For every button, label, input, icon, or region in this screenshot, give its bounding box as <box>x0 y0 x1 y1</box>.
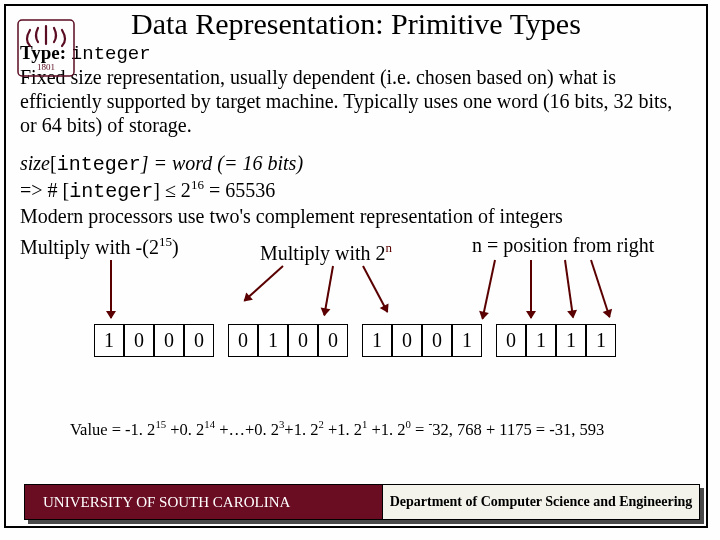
bit-cell: 1 <box>94 324 124 357</box>
type-description: Fixed size representation, usually depen… <box>20 65 692 137</box>
bit-cell: 1 <box>362 324 392 357</box>
size-block: size[integer] = word (= 16 bits) => # [i… <box>20 151 692 230</box>
bit-cell: 0 <box>422 324 452 357</box>
arrow-mid-1 <box>244 265 284 301</box>
slide: 1801 Data Representation: Primitive Type… <box>4 4 708 528</box>
bit-cell: 0 <box>496 324 526 357</box>
bit-cell: 0 <box>392 324 422 357</box>
size-line-1: size[integer] = word (= 16 bits) <box>20 151 692 178</box>
bit-cell: 1 <box>258 324 288 357</box>
annotation-row: Multiply with -(215) Multiply with 2n n … <box>20 234 692 272</box>
bit-cell: 1 <box>556 324 586 357</box>
multiply-neg-label: Multiply with -(215) <box>20 234 179 259</box>
bit-cell: 1 <box>452 324 482 357</box>
arrow-mid-2 <box>323 266 334 316</box>
arrow-mid-3 <box>362 265 388 312</box>
arrow-right-3 <box>564 260 574 318</box>
bit-cell: 0 <box>288 324 318 357</box>
type-line: Type: integer <box>20 42 692 65</box>
bit-cell: 0 <box>318 324 348 357</box>
bit-cell: 0 <box>124 324 154 357</box>
value-expression: Value = -1. 215 +0. 214 +…+0. 23+1. 22 +… <box>20 418 692 440</box>
bit-cell: 0 <box>228 324 258 357</box>
arrow-right-1 <box>482 260 496 319</box>
arrow-right-4 <box>590 260 610 318</box>
size-line-2: => # [integer] ≤ 216 = 65536 <box>20 177 692 204</box>
arrow-left <box>110 260 112 318</box>
university-logo: 1801 <box>16 18 76 78</box>
n-definition: n = position from right <box>472 234 654 257</box>
footer-department: Department of Computer Science and Engin… <box>382 484 700 520</box>
bit-cell: 0 <box>184 324 214 357</box>
multiply-2n-label: Multiply with 2n <box>260 240 392 265</box>
type-name: integer <box>71 43 151 65</box>
bits-row: 1000010010010111 <box>94 324 692 366</box>
svg-text:1801: 1801 <box>37 62 55 72</box>
bit-cell: 1 <box>586 324 616 357</box>
slide-title: Data Representation: Primitive Types <box>20 8 692 40</box>
footer: UNIVERSITY OF SOUTH CAROLINA Department … <box>24 484 700 520</box>
footer-university: UNIVERSITY OF SOUTH CAROLINA <box>24 484 384 520</box>
bit-cell: 1 <box>526 324 556 357</box>
bit-cell: 0 <box>154 324 184 357</box>
complement-line: Modern processors use two's complement r… <box>20 204 692 230</box>
arrow-right-2 <box>530 260 532 318</box>
